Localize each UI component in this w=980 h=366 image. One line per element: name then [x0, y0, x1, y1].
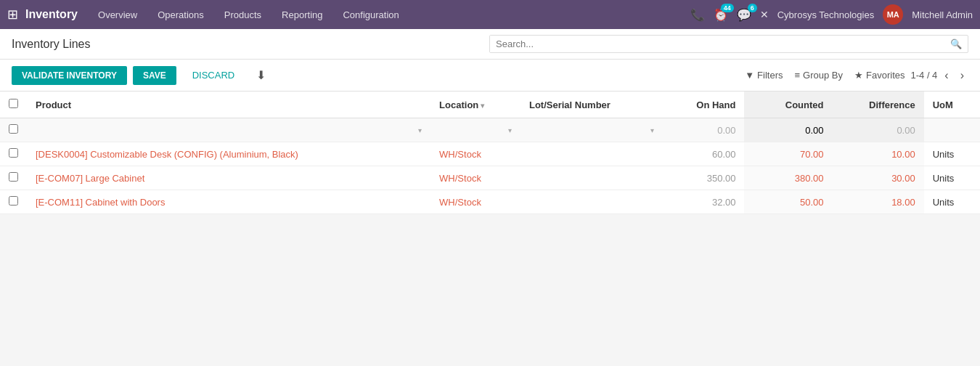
product-dropdown-arrow: ▾ [418, 126, 422, 134]
page-title: Inventory Lines [12, 38, 91, 51]
empty-location-cell[interactable]: ▾ [430, 118, 520, 142]
row-difference: 30.00 [833, 166, 924, 190]
location-dropdown-arrow: ▾ [508, 126, 512, 134]
row-location[interactable]: WH/Stock [430, 142, 520, 166]
row-uom: Units [924, 190, 980, 214]
select-all-checkbox-header[interactable] [0, 92, 27, 118]
pagination-prev[interactable]: ‹ [940, 68, 952, 84]
app-title: Inventory [25, 8, 78, 21]
row-product[interactable]: [DESK0004] Customizable Desk (CONFIG) (A… [27, 142, 430, 166]
row-checkbox[interactable] [9, 172, 18, 182]
secondary-bar: Inventory Lines 🔍 [0, 29, 980, 60]
company-name: Cybrosys Technologies [777, 9, 874, 20]
nav-right: 📞 ⏰ 44 💬 6 ✕ Cybrosys Technologies MA Mi… [690, 4, 973, 25]
product-link[interactable]: [E-COM11] Cabinet with Doors [36, 197, 165, 208]
user-name: Mitchell Admin [912, 9, 973, 20]
location-link[interactable]: WH/Stock [439, 197, 481, 208]
row-on-hand: 32.00 [663, 190, 745, 214]
pagination-info: 1-4 / 4 [910, 70, 937, 81]
row-location[interactable]: WH/Stock [430, 166, 520, 190]
validate-inventory-button[interactable]: VALIDATE INVENTORY [12, 66, 127, 85]
filter-bar: ▼ Filters ≡ Group By ★ Favorites [745, 70, 905, 81]
pagination: 1-4 / 4 ‹ › [910, 68, 968, 84]
star-icon: ★ [854, 70, 863, 81]
row-checkbox[interactable] [9, 148, 18, 158]
nav-reporting[interactable]: Reporting [279, 9, 325, 20]
row-lot-serial [520, 190, 663, 214]
col-location[interactable]: Location [430, 92, 520, 118]
row-on-hand: 60.00 [663, 142, 745, 166]
location-link[interactable]: WH/Stock [439, 173, 481, 184]
phone-icon[interactable]: 📞 [690, 8, 705, 22]
nav-products[interactable]: Products [221, 9, 264, 20]
table-header-row: Product Location Lot/Serial Number On Ha… [0, 92, 980, 118]
save-button[interactable]: SAVE [133, 66, 176, 85]
search-input[interactable] [490, 36, 944, 52]
search-icon[interactable]: 🔍 [944, 36, 968, 52]
col-lot-serial: Lot/Serial Number [520, 92, 663, 118]
row-counted[interactable]: 50.00 [744, 190, 832, 214]
row-on-hand: 350.00 [663, 166, 745, 190]
counted-input[interactable] [780, 125, 824, 136]
inventory-table: Product Location Lot/Serial Number On Ha… [0, 92, 980, 214]
filter-icon: ▼ [745, 70, 754, 81]
empty-row-checkbox-cell [0, 118, 27, 142]
user-avatar[interactable]: MA [883, 4, 903, 25]
location-link[interactable]: WH/Stock [439, 149, 481, 160]
message-badge: 6 [748, 4, 757, 12]
table-row: [DESK0004] Customizable Desk (CONFIG) (A… [0, 142, 980, 166]
favorites-button[interactable]: ★ Favorites [854, 70, 905, 81]
row-product[interactable]: [E-COM07] Large Cabinet [27, 166, 430, 190]
action-bar: VALIDATE INVENTORY SAVE DISCARD ⬇ ▼ Filt… [0, 60, 980, 92]
top-navigation: ⊞ Inventory Overview Operations Products… [0, 0, 980, 29]
empty-uom-cell [924, 118, 980, 142]
row-uom: Units [924, 142, 980, 166]
download-button[interactable]: ⬇ [250, 65, 271, 85]
close-icon[interactable]: ✕ [760, 9, 769, 20]
empty-diff-cell: 0.00 [833, 118, 924, 142]
nav-overview[interactable]: Overview [95, 9, 140, 20]
row-lot-serial [520, 166, 663, 190]
discard-button[interactable]: DISCARD [182, 65, 245, 85]
empty-input-row: ▾ ▾ ▾ 0.00 [0, 118, 980, 142]
empty-lot-cell[interactable]: ▾ [520, 118, 663, 142]
filters-button[interactable]: ▼ Filters [745, 70, 783, 81]
nav-links: Overview Operations Products Reporting C… [95, 9, 690, 20]
empty-product-cell[interactable]: ▾ [27, 118, 430, 142]
nav-configuration[interactable]: Configuration [340, 9, 401, 20]
group-by-button[interactable]: ≡ Group By [795, 70, 844, 81]
col-on-hand: On Hand [663, 92, 745, 118]
empty-counted-cell[interactable] [744, 118, 832, 142]
empty-row-checkbox[interactable] [9, 124, 18, 134]
col-uom: UoM [924, 92, 980, 118]
row-checkbox[interactable] [9, 196, 18, 206]
col-difference: Difference [833, 92, 924, 118]
row-counted[interactable]: 380.00 [744, 166, 832, 190]
product-link[interactable]: [DESK0004] Customizable Desk (CONFIG) (A… [36, 149, 298, 160]
row-difference: 10.00 [833, 142, 924, 166]
table-row: [E-COM07] Large Cabinet WH/Stock 350.00 … [0, 166, 980, 190]
groupby-icon: ≡ [795, 70, 801, 81]
product-input[interactable] [36, 125, 418, 136]
row-difference: 18.00 [833, 190, 924, 214]
activity-badge: 44 [721, 4, 734, 12]
row-checkbox-cell [0, 142, 27, 166]
row-checkbox-cell [0, 166, 27, 190]
search-bar: 🔍 [489, 35, 968, 53]
message-icon[interactable]: 💬 6 [737, 8, 751, 22]
nav-operations[interactable]: Operations [155, 9, 207, 20]
col-counted: Counted [744, 92, 832, 118]
row-counted[interactable]: 70.00 [744, 142, 832, 166]
user-initials: MA [887, 10, 899, 19]
col-product: Product [27, 92, 430, 118]
grid-icon[interactable]: ⊞ [7, 7, 18, 23]
product-link[interactable]: [E-COM07] Large Cabinet [36, 173, 144, 184]
pagination-next[interactable]: › [956, 68, 968, 84]
lot-dropdown-arrow: ▾ [650, 126, 654, 134]
inventory-table-wrapper: Product Location Lot/Serial Number On Ha… [0, 92, 980, 214]
table-row: [E-COM11] Cabinet with Doors WH/Stock 32… [0, 190, 980, 214]
row-location[interactable]: WH/Stock [430, 190, 520, 214]
activity-icon[interactable]: ⏰ 44 [714, 8, 728, 22]
select-all-checkbox[interactable] [9, 99, 18, 108]
row-product[interactable]: [E-COM11] Cabinet with Doors [27, 190, 430, 214]
